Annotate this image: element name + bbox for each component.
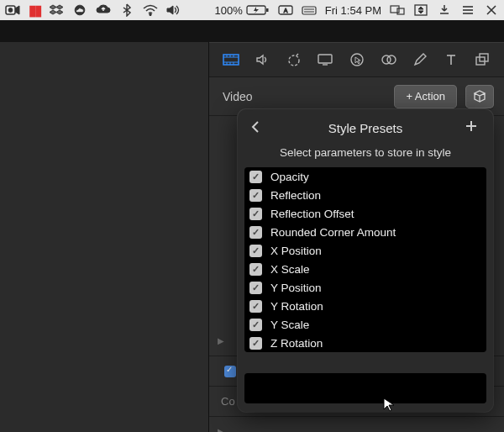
volume-icon[interactable] bbox=[166, 3, 181, 18]
pause-icon[interactable]: ▮▮ bbox=[29, 2, 40, 19]
param-row[interactable]: Y Scale bbox=[244, 315, 486, 334]
popover-title: Style Presets bbox=[328, 121, 402, 135]
audio-tab-icon[interactable] bbox=[255, 51, 270, 68]
svg-point-1 bbox=[8, 8, 13, 13]
record-icon[interactable] bbox=[5, 3, 20, 18]
checkbox-icon[interactable] bbox=[249, 337, 262, 350]
param-label: Y Position bbox=[270, 282, 322, 294]
svg-text:A: A bbox=[283, 8, 287, 13]
presets-cube-button[interactable] bbox=[465, 85, 494, 108]
param-label: Z Rotation bbox=[270, 337, 323, 350]
bg-disclosure-row-2[interactable]: ▶ bbox=[209, 417, 504, 432]
film-tab-icon[interactable] bbox=[223, 51, 239, 68]
pencil-tab-icon[interactable] bbox=[412, 51, 428, 68]
param-row[interactable]: Rounded Corner Amount bbox=[244, 223, 486, 241]
checkbox-icon[interactable] bbox=[249, 245, 262, 257]
display-arrangement-icon[interactable] bbox=[390, 3, 405, 18]
stage-area bbox=[0, 42, 208, 432]
keyboard-input-icon[interactable]: A bbox=[278, 3, 293, 18]
param-label: Rounded Corner Amount bbox=[270, 226, 396, 239]
popover-footer-area bbox=[244, 373, 486, 403]
display-tab-icon[interactable] bbox=[317, 51, 333, 68]
param-row[interactable]: X Position bbox=[244, 241, 486, 260]
mac-menubar: ▮▮ 100% A Fri 1:54 PM bbox=[0, 0, 504, 20]
checkbox-icon[interactable] bbox=[249, 263, 262, 276]
cc-cloud-icon[interactable] bbox=[72, 3, 87, 18]
svg-point-28 bbox=[289, 55, 299, 66]
checkbox-icon[interactable] bbox=[249, 171, 262, 183]
popover-header: Style Presets bbox=[238, 109, 493, 146]
back-button[interactable] bbox=[249, 119, 266, 136]
param-row[interactable]: Reflection bbox=[244, 186, 486, 204]
keyboard-viewer-icon[interactable] bbox=[302, 3, 317, 18]
style-presets-popover: Style Presets Select parameters to store… bbox=[238, 109, 493, 412]
param-label: Y Rotation bbox=[270, 300, 323, 313]
param-row[interactable]: Opacity bbox=[244, 167, 486, 186]
title-bar bbox=[0, 20, 504, 42]
menubar-clock[interactable]: Fri 1:54 PM bbox=[325, 4, 381, 17]
param-label: Opacity bbox=[270, 171, 309, 183]
param-label: Y Scale bbox=[270, 319, 309, 331]
checkbox-icon[interactable] bbox=[249, 226, 262, 239]
param-row[interactable]: Z Rotation bbox=[244, 334, 486, 352]
svg-rect-29 bbox=[318, 55, 332, 63]
param-row[interactable]: X Scale bbox=[244, 260, 486, 278]
bg-label: Co bbox=[218, 395, 235, 408]
close-icon[interactable] bbox=[484, 3, 499, 18]
checkbox-icon[interactable] bbox=[249, 208, 262, 220]
parameter-list: Opacity Reflection Reflection Offset Rou… bbox=[244, 167, 486, 352]
param-label: Reflection bbox=[270, 189, 321, 202]
overlap-tab-icon[interactable] bbox=[381, 51, 397, 68]
section-title: Video bbox=[223, 90, 253, 103]
param-label: X Position bbox=[270, 245, 322, 257]
inspector-toolbar bbox=[209, 42, 504, 77]
param-label: X Scale bbox=[270, 263, 310, 276]
hamburger-icon[interactable] bbox=[460, 3, 475, 18]
download-icon[interactable] bbox=[437, 3, 452, 18]
svg-point-33 bbox=[387, 55, 396, 64]
param-label: Reflection Offset bbox=[270, 208, 354, 220]
checkbox-icon[interactable] bbox=[249, 319, 262, 331]
checkbox-icon[interactable] bbox=[249, 300, 262, 313]
dropbox-icon[interactable] bbox=[49, 3, 64, 18]
layers-tab-icon[interactable] bbox=[475, 51, 491, 68]
pointer-tab-icon[interactable] bbox=[349, 51, 365, 68]
backup-cloud-icon[interactable] bbox=[96, 3, 111, 18]
timing-tab-icon[interactable] bbox=[286, 51, 302, 68]
svg-rect-12 bbox=[397, 8, 404, 14]
param-row[interactable]: Y Position bbox=[244, 278, 486, 297]
svg-rect-19 bbox=[223, 55, 239, 65]
param-row[interactable]: Y Rotation bbox=[244, 297, 486, 315]
battery-percent: 100% bbox=[215, 4, 243, 17]
wifi-icon[interactable] bbox=[143, 3, 158, 18]
svg-point-3 bbox=[150, 13, 151, 15]
svg-rect-8 bbox=[302, 7, 316, 14]
fit-screen-icon[interactable] bbox=[413, 3, 428, 18]
svg-point-31 bbox=[351, 54, 363, 66]
add-preset-button[interactable] bbox=[465, 119, 481, 136]
checkbox-icon[interactable] bbox=[249, 282, 262, 294]
param-row[interactable]: Reflection Offset bbox=[244, 204, 486, 223]
battery-indicator[interactable]: 100% bbox=[215, 4, 270, 17]
add-action-button[interactable]: + Action bbox=[394, 85, 457, 108]
bluetooth-icon[interactable] bbox=[119, 3, 134, 18]
popover-subtitle: Select parameters to store in style bbox=[238, 146, 493, 167]
checkbox-icon[interactable] bbox=[224, 366, 236, 377]
text-tab-icon[interactable] bbox=[444, 51, 459, 68]
checkbox-icon[interactable] bbox=[249, 189, 262, 202]
svg-rect-5 bbox=[266, 8, 269, 12]
